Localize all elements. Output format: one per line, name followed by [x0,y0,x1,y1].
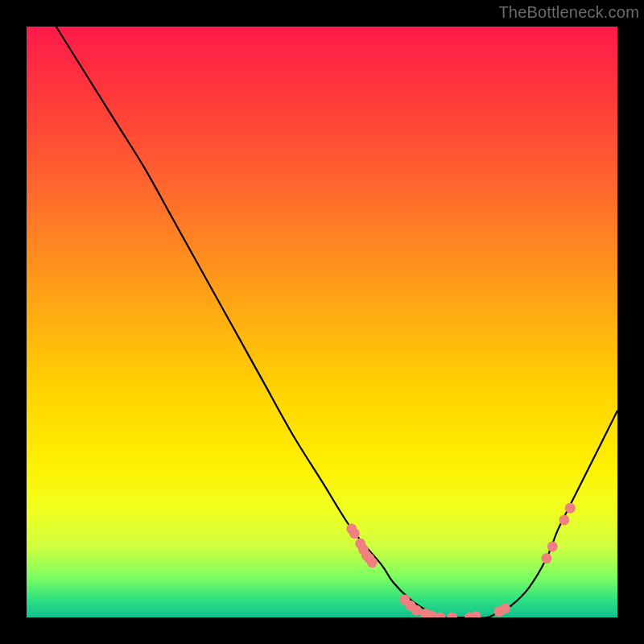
data-marker [447,613,457,618]
data-marker [541,553,551,564]
bottleneck-curve [56,27,617,617]
data-marker [470,611,481,617]
chart-container: TheBottleneck.com [0,0,644,644]
data-marker [559,514,569,525]
data-marker [565,503,576,514]
data-marker [367,557,378,568]
chart-svg [27,27,617,617]
data-marker [500,603,510,613]
marker-group [346,503,576,617]
data-marker [435,613,445,618]
watermark-label: TheBottleneck.com [498,3,639,22]
data-marker [349,528,360,539]
data-marker [547,541,558,551]
